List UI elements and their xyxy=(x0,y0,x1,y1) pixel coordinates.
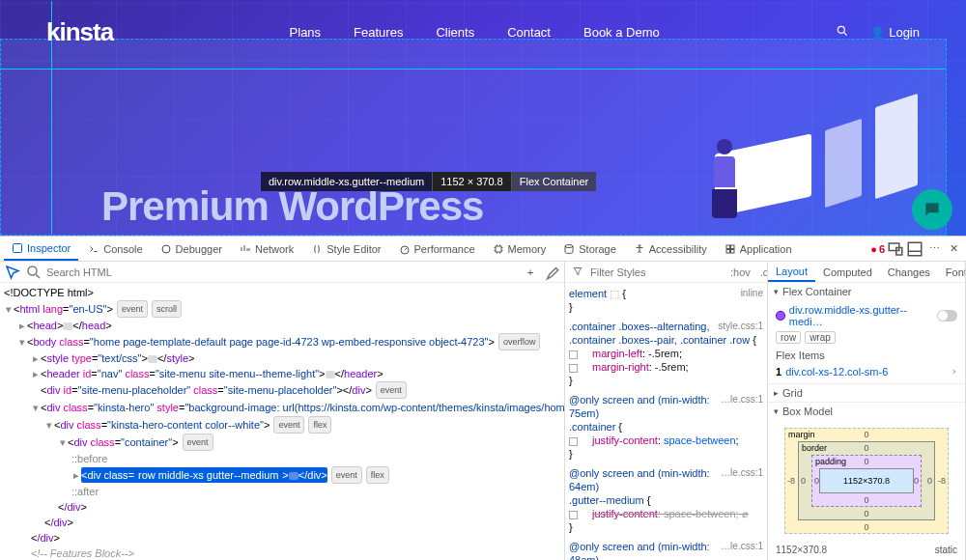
selected-node[interactable]: ▸<div class=row middle-xs gutter--medium… xyxy=(4,466,564,484)
svg-rect-4 xyxy=(496,246,501,252)
login-link[interactable]: Login xyxy=(870,25,920,40)
svg-rect-9 xyxy=(726,249,730,253)
tab-inspector[interactable]: Inspector xyxy=(4,237,78,261)
tab-application[interactable]: Application xyxy=(717,237,800,261)
svg-point-0 xyxy=(838,26,845,33)
layout-pane: Layout Computed Changes Fonts Flex Conta… xyxy=(768,262,966,560)
box-model-diagram[interactable]: margin 00-8-8 border 0000 padding 0000 1… xyxy=(784,428,949,534)
svg-point-14 xyxy=(28,266,37,275)
cls-toggle[interactable]: .cls xyxy=(757,266,768,278)
search-html-input[interactable] xyxy=(46,266,518,278)
responsive-mode-icon[interactable] xyxy=(887,240,904,258)
dom-pane: + <!DOCTYPE html> ▾<html lang=en-US>even… xyxy=(0,262,565,560)
tab-console[interactable]: Console xyxy=(80,237,150,261)
site-logo[interactable]: kinsta xyxy=(46,17,113,47)
tab-performance[interactable]: Performance xyxy=(391,237,483,261)
add-node-icon[interactable]: + xyxy=(522,264,539,281)
subtab-fonts[interactable]: Fonts xyxy=(938,262,966,282)
css-pane: :hov .cls + ☀ ◐ 🖶 inlineelement ⬚ {} sty… xyxy=(565,262,768,560)
dom-tree[interactable]: <!DOCTYPE html> ▾<html lang=en-US>events… xyxy=(0,283,564,560)
dimensions-readout: 1152×370.8 xyxy=(776,545,827,555)
nav-book-demo[interactable]: Book a Demo xyxy=(583,25,660,40)
svg-rect-7 xyxy=(726,245,730,249)
position-readout: static xyxy=(935,545,957,555)
subtab-layout[interactable]: Layout xyxy=(768,262,815,282)
tab-memory[interactable]: Memory xyxy=(485,237,554,261)
subtab-changes[interactable]: Changes xyxy=(880,262,938,282)
grid-header[interactable]: Grid xyxy=(768,384,965,402)
nav-plans[interactable]: Plans xyxy=(290,25,322,40)
wrap-wrap[interactable]: wrap xyxy=(805,331,836,344)
css-rules[interactable]: inlineelement ⬚ {} style.css:1.container… xyxy=(565,283,767,560)
inspect-dimensions: 1152 × 370.8 xyxy=(432,172,512,191)
tab-style-editor[interactable]: Style Editor xyxy=(303,237,388,261)
nav-contact[interactable]: Contact xyxy=(507,25,551,40)
chat-widget[interactable] xyxy=(912,189,952,230)
flex-selector[interactable]: div.row.middle-xs.gutter--medi… xyxy=(776,304,957,327)
tab-debugger[interactable]: Debugger xyxy=(153,237,230,261)
tab-storage[interactable]: Storage xyxy=(555,237,624,261)
filter-styles-input[interactable] xyxy=(590,266,724,278)
svg-rect-13 xyxy=(908,242,922,256)
inspect-tooltip: div.row.middle-xs.gutter--medium 1152 × … xyxy=(261,172,596,191)
search-icon[interactable] xyxy=(25,264,43,281)
inspect-selector: div.row.middle-xs.gutter--medium xyxy=(261,172,432,191)
hero-illustration xyxy=(676,100,927,236)
svg-point-2 xyxy=(162,245,170,253)
tab-accessibility[interactable]: Accessibility xyxy=(626,237,715,261)
tab-network[interactable]: Network xyxy=(232,237,301,261)
eyedropper-icon[interactable] xyxy=(543,264,560,281)
flex-container-header[interactable]: Flex Container xyxy=(768,283,965,300)
devtools-tabbar: Inspector Console Debugger Network Style… xyxy=(0,237,966,262)
dock-menu-icon[interactable] xyxy=(906,240,923,258)
svg-rect-8 xyxy=(730,245,734,249)
more-icon[interactable]: ⋯ xyxy=(925,240,943,258)
nav-clients[interactable]: Clients xyxy=(436,25,474,40)
filter-icon[interactable] xyxy=(569,266,586,279)
svg-point-5 xyxy=(565,244,573,247)
flex-item[interactable]: 1div.col-xs-12.col-sm-6 xyxy=(776,365,957,378)
overlay-toggle[interactable] xyxy=(937,310,957,322)
nav-links: Plans Features Clients Contact Book a De… xyxy=(290,25,660,40)
nav-features[interactable]: Features xyxy=(354,25,403,40)
hov-toggle[interactable]: :hov xyxy=(727,266,753,278)
flex-items-label: Flex Items xyxy=(776,350,957,361)
wrap-row[interactable]: row xyxy=(776,331,801,344)
subtab-computed[interactable]: Computed xyxy=(815,262,880,282)
search-icon[interactable] xyxy=(836,24,849,41)
page-preview: kinsta Plans Features Clients Contact Bo… xyxy=(0,0,966,236)
box-model-header[interactable]: Box Model xyxy=(768,403,965,420)
pick-element-icon[interactable] xyxy=(4,264,21,281)
site-nav: kinsta Plans Features Clients Contact Bo… xyxy=(0,0,966,47)
close-icon[interactable]: ✕ xyxy=(945,240,962,258)
svg-rect-10 xyxy=(730,249,734,253)
devtools: Inspector Console Debugger Network Style… xyxy=(0,236,966,560)
error-count[interactable]: 6 xyxy=(870,243,885,255)
inspect-type: Flex Container xyxy=(512,172,597,191)
svg-point-6 xyxy=(639,244,640,246)
svg-rect-1 xyxy=(14,243,22,252)
